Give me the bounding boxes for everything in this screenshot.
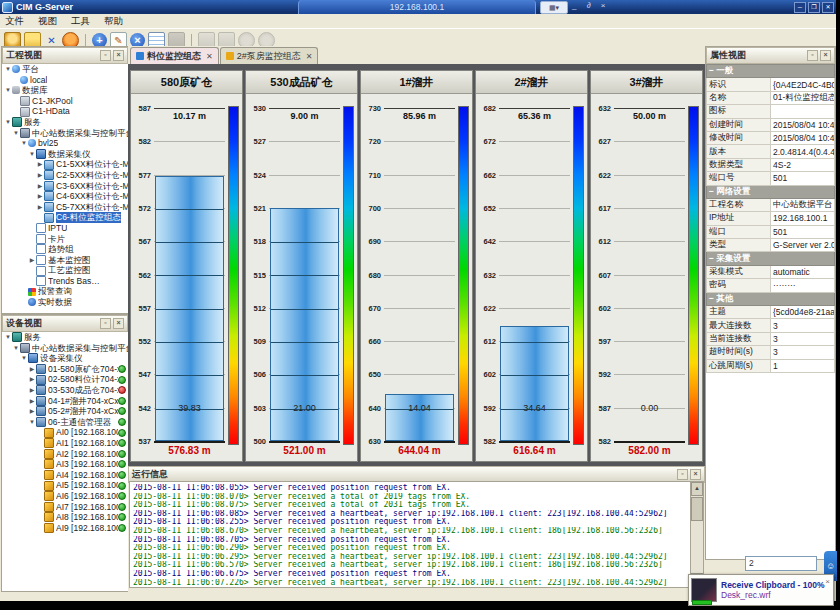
expander-icon[interactable]: ▶ xyxy=(28,364,36,375)
expander-icon[interactable]: ▼ xyxy=(4,85,12,96)
property-value[interactable]: 192.168.100.1 xyxy=(771,212,835,225)
property-value[interactable]: 1 xyxy=(771,359,835,372)
tree-item[interactable]: ▶基本监控图 xyxy=(2,255,128,266)
expander-icon[interactable]: ▶ xyxy=(28,255,36,266)
remote-session-tab[interactable]: 192.168.100.1 xyxy=(298,0,536,14)
tree-item[interactable]: AI6 [192.168.100.46- xyxy=(2,491,128,502)
remote-toolbox[interactable]: ▦▾ xyxy=(540,1,568,14)
minimize-button[interactable]: ─ xyxy=(794,2,806,13)
toast-close-icon[interactable]: × xyxy=(825,577,830,586)
expander-icon[interactable]: ▼ xyxy=(12,343,20,354)
tree-item[interactable]: Trends Bas… xyxy=(2,276,128,287)
tree-item[interactable]: AI4 [192.168.100.44- xyxy=(2,470,128,481)
tree-item[interactable]: AI2 [192.168.100.42- xyxy=(2,449,128,460)
log-scrollbar[interactable]: ▲ ▼ xyxy=(690,482,703,587)
menu-item-工具[interactable]: 工具 xyxy=(71,15,90,28)
mini-input[interactable]: 2 xyxy=(745,556,817,571)
remote-session-controls[interactable]: _ ∂ × xyxy=(572,1,610,10)
expander-icon[interactable]: ▼ xyxy=(4,332,12,343)
expander-icon[interactable]: ▶ xyxy=(28,374,36,385)
property-value[interactable]: 501 xyxy=(771,225,835,238)
tree-item[interactable]: ▼设备采集仪 xyxy=(2,353,128,364)
tree-item[interactable]: ▼06-主通信管理器 xyxy=(2,417,128,428)
menu-item-帮助[interactable]: 帮助 xyxy=(104,15,123,28)
expander-icon[interactable]: ▶ xyxy=(28,396,36,407)
property-value[interactable]: 2.0.4814.4(0.4.48)… xyxy=(771,145,835,158)
close-icon[interactable]: × xyxy=(113,318,124,329)
expander-icon[interactable]: ▶ xyxy=(36,159,44,170)
menu-item-文件[interactable]: 文件 xyxy=(5,15,24,28)
pin-icon[interactable]: ▫ xyxy=(807,50,818,61)
tree-item[interactable]: ▼平台 xyxy=(2,64,128,75)
property-value[interactable]: 2015/08/04 10:40:4… xyxy=(771,131,835,144)
tab-close-icon[interactable]: ✕ xyxy=(206,52,213,61)
tree-item[interactable]: 卡片 xyxy=(2,234,128,245)
expander-icon[interactable]: ▼ xyxy=(4,117,12,128)
property-value[interactable]: 01-料位监控组态 xyxy=(771,91,835,104)
property-value[interactable]: 3 xyxy=(771,319,835,332)
tree-item[interactable]: local xyxy=(2,75,128,86)
scroll-thumb[interactable] xyxy=(691,497,703,521)
expander-icon[interactable]: ▼ xyxy=(4,64,12,75)
tree-item[interactable]: AI9 [192.168.100.49- xyxy=(2,523,128,534)
property-value[interactable]: 3 xyxy=(771,346,835,359)
expander-icon[interactable]: ▶ xyxy=(28,406,36,417)
tree-item[interactable]: 工艺监控图 xyxy=(2,265,128,276)
property-value[interactable]: 3 xyxy=(771,332,835,345)
restore-button[interactable]: ❐ xyxy=(808,2,820,13)
tree-item[interactable]: ▼bvl25 xyxy=(2,138,128,149)
tree-item[interactable]: IPTU xyxy=(2,223,128,234)
tree-item[interactable]: C6-料位监控组态 xyxy=(2,212,128,223)
tree-item[interactable]: AI8 [192.168.100.48- xyxy=(2,512,128,523)
expander-icon[interactable]: ▼ xyxy=(20,138,28,149)
close-button[interactable]: ✕ xyxy=(822,2,834,13)
expander-icon[interactable]: ▼ xyxy=(20,353,28,364)
tree-item[interactable]: 趋势组 xyxy=(2,244,128,255)
close-icon[interactable]: × xyxy=(690,469,701,480)
close-icon[interactable]: × xyxy=(113,50,124,61)
expander-icon[interactable]: ▶ xyxy=(28,385,36,396)
property-value[interactable]: {0A4E2D4C-4B0F-4E6A-… xyxy=(771,78,835,91)
menu-item-视图[interactable]: 视图 xyxy=(38,15,57,28)
tree-item[interactable]: ▶05-2#溜井704-xCx- xyxy=(2,406,128,417)
tree-item[interactable]: ▶C3-6XX料位计仓-Mor- xyxy=(2,181,128,192)
tree-item[interactable]: ▼中心站数据采集与控制平台- xyxy=(2,128,128,139)
expander-icon[interactable]: ▶ xyxy=(36,191,44,202)
tree-item[interactable]: ▼服务 xyxy=(2,117,128,128)
tree-item[interactable]: ▶01-580原矿仓704-xCx- xyxy=(2,364,128,375)
tab-2#泵房监控组态[interactable]: 2#泵房监控组态✕ xyxy=(220,47,319,64)
tree-item[interactable]: ▼服务 xyxy=(2,332,128,343)
pin-icon[interactable]: ▫ xyxy=(100,50,111,61)
tree-item[interactable]: C1-HData xyxy=(2,106,128,117)
property-value[interactable]: 4S-2 xyxy=(771,158,835,171)
tree-item[interactable]: AI3 [192.168.100.43- xyxy=(2,459,128,470)
property-value[interactable]: 501 xyxy=(771,172,835,185)
property-value[interactable]: 中心站数据平台 xyxy=(771,198,835,211)
tree-item[interactable]: ▶02-580料位计704-xCx- xyxy=(2,374,128,385)
property-value[interactable] xyxy=(771,105,835,118)
tree-item[interactable]: AI5 [192.168.100.45- xyxy=(2,480,128,491)
tree-item[interactable]: 实时数据 xyxy=(2,297,128,308)
tree-item[interactable]: ▼数据采集仪 xyxy=(2,149,128,160)
pin-icon[interactable]: ▫ xyxy=(677,469,688,480)
close-icon[interactable]: × xyxy=(820,50,831,61)
tree-item[interactable]: C1-JKPool xyxy=(2,96,128,107)
tree-item[interactable]: 报警查询 xyxy=(2,286,128,297)
expander-icon[interactable]: ▶ xyxy=(36,170,44,181)
tree-item[interactable]: AI1 [192.168.100.41- xyxy=(2,438,128,449)
tree-item[interactable]: AI7 [192.168.100.47- xyxy=(2,502,128,513)
property-value[interactable]: 2015/08/04 10:40:4… xyxy=(771,118,835,131)
tree-item[interactable]: ▼中心站数据采集与控制平台- xyxy=(2,343,128,354)
tree-item[interactable]: ▶03-530成品仓704-xCx- xyxy=(2,385,128,396)
expander-icon[interactable]: ▼ xyxy=(12,128,20,139)
tree-item[interactable]: ▼数据库 xyxy=(2,85,128,96)
expander-icon[interactable]: ▶ xyxy=(36,181,44,192)
tree-item[interactable]: ▶C1-5XX料位计仓-Mor- xyxy=(2,159,128,170)
tab-料位监控组态[interactable]: 料位监控组态✕ xyxy=(130,47,219,64)
tab-close-icon[interactable]: ✕ xyxy=(306,52,313,61)
expander-icon[interactable]: ▼ xyxy=(28,417,36,428)
tree-item[interactable]: ▶C5-7XX料位计仓-Mor- xyxy=(2,202,128,213)
tree-item[interactable]: AI0 [192.168.100.40- xyxy=(2,427,128,438)
tree-item[interactable]: ▶C4-6XX料位计仓-Mor- xyxy=(2,191,128,202)
expander-icon[interactable]: ▼ xyxy=(28,149,36,160)
